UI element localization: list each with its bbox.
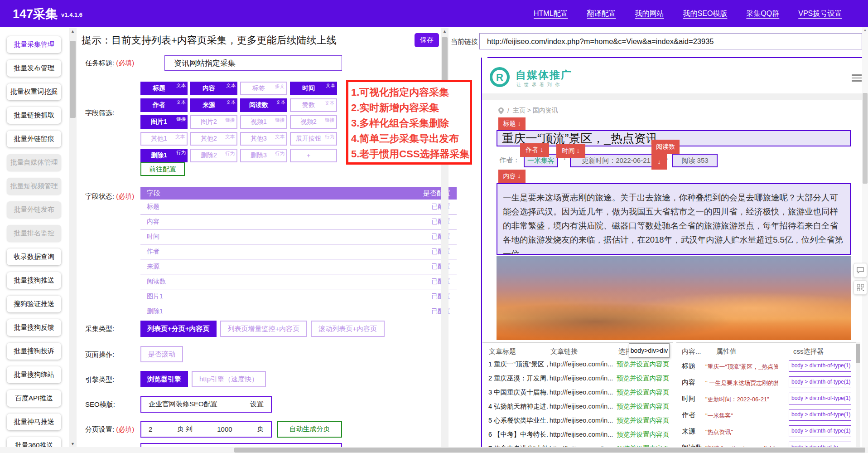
- nav-item-1[interactable]: 翻译配置: [587, 9, 616, 19]
- page-op-options: 是否滚动: [140, 346, 183, 362]
- field-button-视频1[interactable]: 视频1链接: [240, 115, 287, 129]
- css-selector-box[interactable]: body > div:nth-of-type(1) > d...: [789, 376, 851, 388]
- nav-item-4[interactable]: 采集QQ群: [746, 9, 779, 19]
- breadcrumb-path[interactable]: 主页 > 国内资讯: [513, 107, 558, 115]
- field-button-图片1[interactable]: 图片1链接: [140, 115, 188, 129]
- current-link-input[interactable]: http://feijiseo.com/index.php?m=home&c=V…: [479, 33, 862, 49]
- preview-set-link[interactable]: 预览并设置内容页: [617, 402, 669, 411]
- field-name: 删除1: [147, 307, 163, 316]
- field-button-阅读数[interactable]: 阅读数文本: [240, 98, 287, 112]
- collect-type-option-1[interactable]: 列表页增量监控+内容页: [220, 321, 308, 337]
- field-button-其他1[interactable]: 其他1文本: [140, 132, 188, 146]
- scrollbar-thumb[interactable]: [863, 93, 868, 184]
- author-field-tag[interactable]: 作者 ↓: [520, 143, 549, 157]
- article-link-cell[interactable]: http://feijiseo.com/in...: [550, 360, 613, 368]
- css-selector-box[interactable]: body > div:nth-of-type(1) > d...: [789, 360, 851, 372]
- sidebar-item-3[interactable]: 批量链接抓取: [7, 107, 61, 124]
- hamburger-menu-icon[interactable]: [852, 74, 862, 83]
- paging-from-value[interactable]: 2: [149, 425, 152, 433]
- field-button-作者[interactable]: 作者文本: [140, 98, 188, 112]
- sidebar-item-15[interactable]: 百度API推送: [7, 390, 61, 407]
- reads-field-tag-arrow[interactable]: ↓: [651, 154, 667, 170]
- feedback-button[interactable]: [854, 263, 867, 278]
- scrollbar-thumb[interactable]: [70, 41, 76, 118]
- article-link-cell[interactable]: http://feijiseo.com/in...: [550, 375, 613, 382]
- article-link-cell[interactable]: http://feijiseo.com/in...: [550, 389, 613, 396]
- scroll-up-icon[interactable]: ▲: [69, 28, 77, 34]
- sidebar-item-1[interactable]: 批量发布管理: [7, 60, 61, 77]
- sidebar-item-12[interactable]: 批量搜狗反馈: [7, 319, 61, 336]
- field-button-图片2[interactable]: 图片2链接: [190, 115, 237, 129]
- field-button-删除2[interactable]: 删除2行为: [190, 149, 237, 162]
- content-field-tag[interactable]: 内容 ↓: [498, 170, 526, 183]
- scrollbar-thumb[interactable]: [856, 344, 860, 363]
- css-selector-box[interactable]: body > div:nth-of-type(1) > d...: [789, 409, 851, 421]
- time-field-tag[interactable]: 时间 ↓: [556, 144, 585, 158]
- sidebar-item-14[interactable]: 批量搜狗绑站: [7, 366, 61, 383]
- field-button-标签[interactable]: 标签多文: [240, 82, 287, 95]
- scroll-down-icon[interactable]: ▼: [69, 441, 77, 447]
- field-button-+[interactable]: +: [290, 149, 337, 162]
- scroll-up-icon[interactable]: ▲: [862, 28, 868, 32]
- field-button-赞数[interactable]: 赞数文本: [290, 98, 337, 112]
- preview-set-link[interactable]: 预览并设置内容页: [617, 374, 669, 383]
- scroll-up-icon[interactable]: ▲: [441, 28, 448, 34]
- sidebar-item-4[interactable]: 批量外链留痕: [7, 131, 61, 147]
- save-button[interactable]: 保存: [415, 33, 439, 47]
- field-button-其他2[interactable]: 其他2文本: [190, 132, 237, 146]
- engine-option-0[interactable]: 浏览器引擎: [140, 371, 188, 387]
- field-status-row: 作者已配置: [140, 244, 457, 259]
- goto-config-button[interactable]: 前往配置: [140, 162, 185, 176]
- paging-range-input[interactable]: 2 页 到 1000 页: [140, 421, 272, 438]
- page-horizontal-scrollbar[interactable]: [0, 447, 868, 453]
- field-button-标题[interactable]: 标题文本: [140, 82, 188, 95]
- sidebar-item-11[interactable]: 搜狗验证推送: [7, 296, 61, 312]
- field-button-时间[interactable]: 时间文本: [290, 82, 337, 95]
- field-button-视频2[interactable]: 视频2链接: [290, 115, 337, 129]
- preview-set-link[interactable]: 预览并设置内容页: [617, 388, 669, 397]
- page-scrollbar[interactable]: ▲: [862, 27, 868, 447]
- seo-settings-button[interactable]: 设置: [250, 400, 264, 409]
- sidebar-item-13[interactable]: 批量搜狗投诉: [7, 343, 61, 360]
- collect-type-option-0[interactable]: 列表页+分页+内容页: [140, 321, 217, 337]
- nav-item-0[interactable]: HTML配置: [534, 9, 568, 19]
- field-button-展开按钮[interactable]: 展开按钮行为: [290, 132, 337, 146]
- sidebar-item-16[interactable]: 批量神马推送: [7, 414, 61, 430]
- article-link-cell[interactable]: http://feijiseo.com/in...: [550, 403, 613, 410]
- field-button-内容[interactable]: 内容文本: [190, 82, 237, 95]
- nav-item-5[interactable]: VPS拨号设置: [798, 9, 842, 19]
- preview-set-link[interactable]: 预览并设置内容页: [617, 430, 669, 439]
- preview-set-link[interactable]: 预览并设置内容页: [617, 360, 669, 369]
- field-button-来源[interactable]: 来源文本: [190, 98, 237, 112]
- sidebar-item-0[interactable]: 批量采集管理: [7, 36, 61, 53]
- article-link-cell[interactable]: http://feijiseo.com/in...: [550, 431, 613, 438]
- nav-item-3[interactable]: 我的SEO模版: [683, 9, 728, 19]
- auto-generate-paging-button[interactable]: 自动生成分页: [277, 421, 342, 438]
- attribute-value: "热点资讯": [705, 428, 778, 436]
- sidebar-item-2[interactable]: 批量权重词挖掘: [7, 83, 61, 100]
- qr-button[interactable]: [854, 280, 867, 295]
- css-selector-box[interactable]: body > div:nth-of-type(1) > d...: [789, 425, 851, 437]
- preview-set-link[interactable]: 预览并设置内容页: [617, 416, 669, 425]
- paging-to-value[interactable]: 1000: [217, 425, 232, 433]
- scrollbar-thumb[interactable]: [234, 448, 865, 453]
- css-selector-box[interactable]: body > div:nth-of-type(1) > d...: [789, 393, 851, 404]
- page-op-option-0[interactable]: 是否滚动: [140, 346, 183, 362]
- main-panel-scrollbar[interactable]: ▲ ▼: [69, 28, 77, 447]
- engine-option-1[interactable]: http引擎（速度快）: [192, 371, 266, 387]
- selector-panel-scrollbar[interactable]: [856, 342, 860, 453]
- reads-field-tag[interactable]: 阅读数: [651, 140, 680, 154]
- field-button-其他3[interactable]: 其他3文本: [240, 132, 287, 146]
- article-link-cell[interactable]: http://feijiseo.com/in...: [550, 417, 613, 424]
- nav-item-2[interactable]: 我的网站: [635, 9, 664, 19]
- collect-type-option-2[interactable]: 滚动列表页+内容页: [311, 321, 385, 337]
- task-title-input[interactable]: [164, 55, 342, 71]
- seo-template-select[interactable]: 企业官网装修SEO配置 设置: [140, 396, 272, 413]
- field-button-删除1[interactable]: 删除1行为: [140, 149, 188, 162]
- selection-outline-top: [487, 57, 862, 58]
- sidebar-item-9[interactable]: 收录数据查询: [7, 248, 61, 265]
- sidebar-item-10[interactable]: 批量搜狗推送: [7, 272, 61, 289]
- field-button-删除3[interactable]: 删除3行为: [240, 149, 287, 162]
- attribute-value: "更新时间：2022-06-21": [705, 395, 778, 404]
- title-field-tag[interactable]: 标题 ↓: [498, 117, 526, 130]
